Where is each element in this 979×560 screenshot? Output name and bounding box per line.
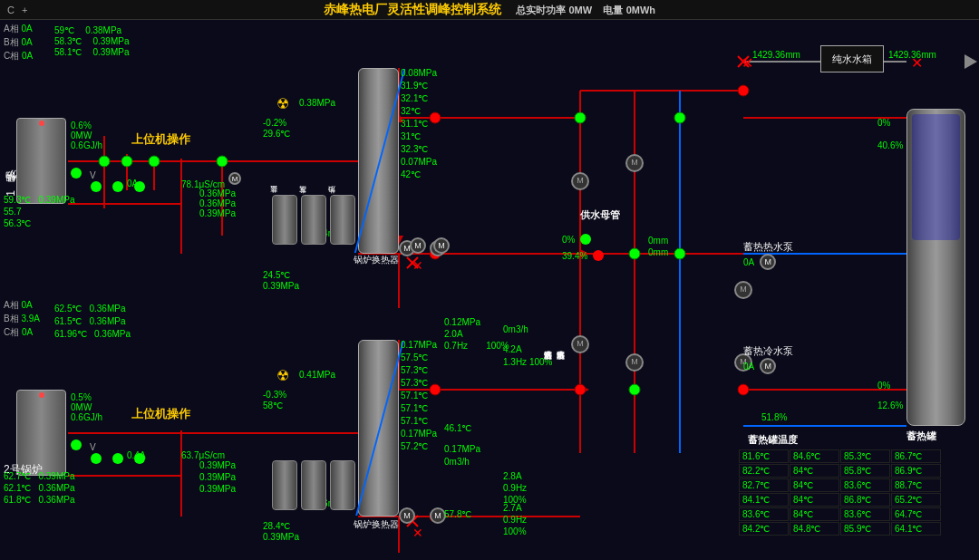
indicator-green-b1	[71, 439, 82, 450]
valve-x-3[interactable]: ✕	[412, 258, 423, 273]
exchanger2-label: 锅炉换热器	[354, 518, 399, 531]
main-container: C + 赤峰热电厂灵活性调峰控制系统 总实时功率 0MW 电量 0MWh A相 …	[0, 0, 979, 560]
ex2-bottom-pressure: 0.39MPa	[263, 532, 299, 542]
small-tank-b3	[330, 460, 355, 510]
boiler2-valve-row	[91, 453, 145, 464]
small-tank-3	[330, 195, 355, 245]
small-tank-1	[272, 195, 297, 245]
boiler1-bottom-readings: 59.3℃ 0.39MPa 55.7 56.3℃	[4, 195, 75, 228]
voltage-icon: V	[90, 170, 96, 180]
tank-percent-bot2: 12.6%	[877, 401, 903, 410]
pump-m-1[interactable]: M	[410, 237, 426, 254]
valve-m-1[interactable]: M	[228, 172, 241, 185]
small-tank-2	[301, 195, 326, 245]
pump-b1[interactable]: M	[399, 507, 415, 524]
boiler1-indicators: V	[71, 168, 96, 180]
valve-x-1[interactable]: ✕	[742, 54, 753, 72]
boiler2-data: 0.5% 0MW 0.6GJ/h	[71, 392, 102, 422]
ex2-top-pressure: 0.41MPa	[299, 370, 335, 380]
flow-0m3-top: 0m3/h	[503, 324, 528, 334]
temp-table: 81.6℃ 84.6℃ 85.3℃ 86.7℃ 82.2℃ 84℃ 85.8℃ …	[739, 449, 941, 536]
ex2-pumps: M M	[399, 507, 446, 524]
radiation-symbol-2: ☢	[276, 367, 289, 384]
valve-green-b1[interactable]	[91, 453, 102, 464]
page-title: 赤峰热电厂灵活性调峰控制系统 总实时功率 0MW 电量 0MWh	[248, 2, 731, 18]
heat-storage-temp-label: 蓄热罐温度	[748, 433, 798, 447]
top-bar-left: C +	[7, 5, 248, 15]
boiler2-indicators: V	[71, 439, 96, 452]
arrow-right-indicator	[964, 54, 977, 71]
pure-water-val-left: 1429.36mm	[752, 50, 800, 60]
tank-percent-top: 0%	[877, 118, 890, 128]
ex1-pressure-top: -0.2%	[263, 118, 286, 128]
toolbar-c[interactable]: C	[7, 5, 15, 15]
flow-center-readings: 0.12MPa 2.0A 0.7Hz 100%	[444, 317, 509, 351]
cold-pump-label: 蓄热冷水泵	[743, 344, 793, 358]
boiler1-cylinder	[16, 118, 66, 204]
exchanger1-label: 锅炉换热器	[354, 254, 399, 266]
heat-pump-current: 0A M	[743, 254, 776, 270]
valve-green-b3[interactable]	[134, 453, 145, 464]
boiler1-data: 0.6% 0MW 0.6GJ/h	[71, 121, 102, 150]
ex1-temp-in: 29.6℃	[263, 129, 290, 139]
boiler1-op-label: 上位机操作	[131, 131, 190, 148]
heat-pump-label: 蓄热热水泵	[743, 240, 793, 254]
tank-percent-bot: 0%	[877, 381, 890, 391]
toolbar-plus[interactable]: +	[22, 5, 27, 15]
pure-water-box: 纯水水箱	[820, 45, 884, 72]
valve-x-4[interactable]: ✕	[412, 526, 423, 540]
top-readings-row1: 59℃ 0.38MPa	[54, 25, 121, 35]
heat-pump-symbol[interactable]: M	[760, 254, 776, 270]
ex1-bottom-pressure: 0.39MPa	[263, 281, 299, 291]
top-bar: C + 赤峰热电厂灵活性调峰控制系统 总实时功率 0MW 电量 0MWh	[0, 0, 979, 20]
ex1-top-pressure: 0.38MPa	[299, 98, 335, 108]
boiler2-op-label: 上位机操作	[131, 406, 190, 422]
indicator-green-1	[71, 168, 82, 179]
valve-col-1: M	[228, 172, 241, 185]
ex2-temp-in: 58℃	[263, 401, 283, 410]
ex2-pressure-in: -0.3%	[263, 390, 286, 400]
boiler2-phase-indicators: A相 0A B相 3.9A C相 0A	[4, 299, 40, 339]
phase-b: B相 0A	[4, 36, 33, 49]
supply-indicators: 0% 39.4%	[562, 234, 604, 261]
temp-451: 46.1℃	[444, 423, 471, 433]
cold-pump-symbol[interactable]: M	[760, 358, 776, 374]
phase-c: C相 0A	[4, 50, 33, 63]
supply-valve-2[interactable]	[593, 250, 604, 261]
phase-indicators: A相 0A B相 0A C相 0A	[4, 23, 33, 63]
supply-main-label: 供水母管	[580, 208, 620, 222]
valve-green-3[interactable]	[134, 181, 145, 192]
supply-flow: 0mm 0mm	[648, 236, 668, 257]
boiler2-top-readings: 62.5℃ 0.36MPa 61.5℃ 0.36MPa 61.96℃ 0.36M…	[54, 304, 131, 339]
ex1-bottom-temp: 24.5℃	[263, 270, 290, 280]
valve-x-2[interactable]: ✕	[911, 54, 923, 72]
ex2-flow-section: 0.17MPa 0m3/h	[444, 444, 480, 467]
supply-valve-1[interactable]	[580, 234, 591, 245]
radiation-symbol-1: ☢	[276, 95, 289, 112]
exchanger1-tank	[358, 68, 399, 254]
flow-bottom-readings2: 2.7A 0.9Hz 100%	[503, 503, 527, 536]
ex2-right-temps: 0.17MPa 57.5℃ 57.3℃ 57.3℃ 57.1℃ 57.1℃ 57…	[401, 340, 437, 451]
flow-bottom-readings: 2.8A 0.9Hz 100%	[503, 471, 527, 505]
cold-pump-current: 0A M	[743, 358, 776, 374]
tank-percent-mid: 40.6%	[877, 140, 903, 150]
heat-storage-tank-label: 蓄热罐	[906, 430, 936, 443]
tank-level-51: 51.8%	[761, 412, 787, 422]
top-readings-row2: 58.3℃ 0.39MPa	[54, 36, 130, 46]
valve-green-b2[interactable]	[112, 453, 123, 464]
ex1-right-temps: 0.08MPa 31.9℃ 32.1℃ 32℃ 31.1℃ 31℃ 32.3℃ …	[401, 68, 437, 179]
valve-green-1[interactable]	[91, 181, 102, 192]
small-tank-b2	[301, 460, 326, 510]
ex2-pressures: 0.39MPa 0.39MPa 0.39MPa	[199, 460, 236, 494]
ex1-pressures: 0.36MPa 0.36MPa 0.39MPa	[199, 188, 236, 218]
top-readings-row3: 58.1℃ 0.39MPa	[54, 47, 130, 57]
heat-storage-tank	[906, 109, 965, 426]
phase-a: A相 0A	[4, 23, 33, 35]
small-tank-b1	[272, 460, 297, 510]
ex2-conductivity: 63.7μS/cm	[181, 450, 225, 460]
flow-readings-2: 4.2A 1.3Hz 100%	[503, 344, 552, 367]
boiler2-bottom-readings: 62.7℃ 0.39MPa 62.1℃ 0.36MPa 61.8℃ 0.36MP…	[4, 471, 75, 505]
exchanger2-tank	[358, 340, 399, 517]
pump-m-2[interactable]: M	[433, 237, 450, 254]
valve-green-2[interactable]	[112, 181, 123, 192]
